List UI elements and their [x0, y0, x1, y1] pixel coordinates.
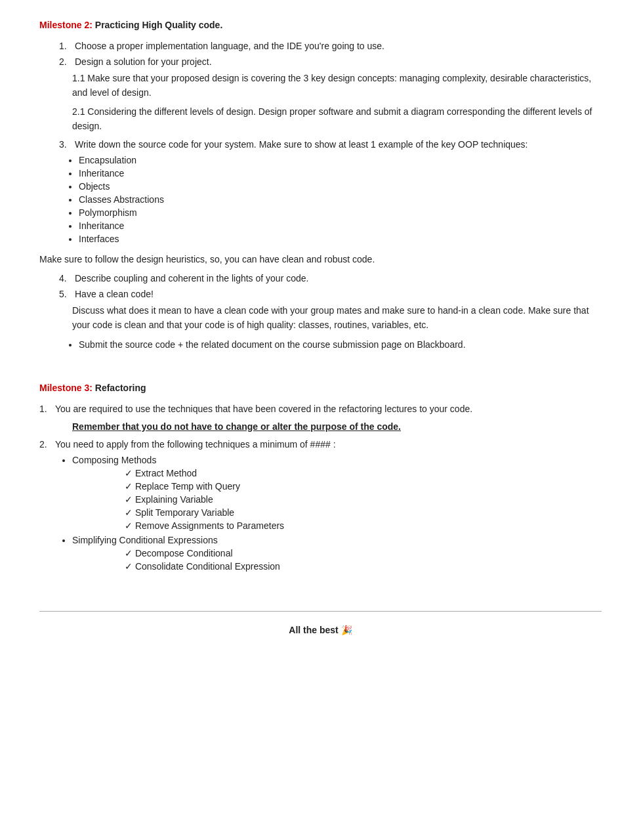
- m3-item2-number: 2.: [39, 439, 55, 450]
- check-extract-method: Extract Method: [125, 468, 602, 478]
- milestone3-title: Refactoring: [93, 383, 146, 393]
- sub-item-1-1-num: 1.1: [72, 73, 87, 83]
- simplifying-label: Simplifying Conditional Expressions: [72, 535, 218, 545]
- oop-bullet-inheritance2: Inheritance: [79, 220, 602, 231]
- composing-methods-checks: Extract Method Replace Temp with Query E…: [125, 468, 602, 531]
- oop-bullets-list: Encapsulation Inheritance Objects Classe…: [79, 155, 602, 244]
- m3-item1-text: You are required to use the techniques t…: [55, 404, 472, 414]
- clean-code-text: Discuss what does it mean to have a clea…: [72, 303, 602, 333]
- check-decompose: Decompose Conditional: [125, 548, 602, 558]
- footer-text: All the best 🎉: [39, 625, 602, 635]
- item5-text: Have a clean code!: [75, 289, 154, 299]
- item3: 3. Write down the source code for your s…: [59, 139, 602, 150]
- item1-text: Choose a proper implementation language,…: [75, 41, 384, 51]
- m3-item1: 1. You are required to use the technique…: [39, 404, 602, 414]
- item2: 2. Design a solution for your project.: [59, 56, 602, 67]
- item2-number: 2.: [59, 56, 75, 67]
- oop-bullet-polymorphism: Polymorphism: [79, 207, 602, 218]
- submit-bullet-item: Submit the source code + the related doc…: [79, 339, 602, 350]
- sub-item-2-1-text: Considering the different levels of desi…: [72, 106, 592, 131]
- composing-methods-section: Composing Methods Extract Method Replace…: [72, 455, 602, 531]
- milestone3-heading: Milestone 3: Refactoring: [39, 383, 602, 393]
- milestone3-label: Milestone 3:: [39, 383, 93, 393]
- item2-text: Design a solution for your project.: [75, 56, 212, 67]
- simplifying-section: Simplifying Conditional Expressions Deco…: [72, 535, 602, 572]
- remember-text: Remember that you do not have to change …: [72, 421, 401, 432]
- item4-text: Describe coupling and coherent in the li…: [75, 273, 308, 284]
- clean-code-content: Discuss what does it mean to have a clea…: [72, 305, 589, 330]
- oop-bullet-interfaces: Interfaces: [79, 234, 602, 244]
- heuristics-para: Make sure to follow the design heuristic…: [39, 252, 602, 266]
- oop-bullet-encapsulation: Encapsulation: [79, 155, 602, 165]
- sub-item-1-1-text: Make sure that your proposed design is c…: [72, 73, 591, 98]
- check-replace-temp: Replace Temp with Query: [125, 481, 602, 492]
- composing-methods-label: Composing Methods: [72, 455, 156, 465]
- sub-item-2-1: 2.1 Considering the different levels of …: [72, 104, 602, 134]
- submit-bullet-list: Submit the source code + the related doc…: [79, 339, 602, 350]
- item5-number: 5.: [59, 289, 75, 299]
- item3-text: Write down the source code for your syst…: [75, 139, 527, 150]
- sub-item-1-1: 1.1 Make sure that your proposed design …: [72, 71, 602, 100]
- milestone3-section: Milestone 3: Refactoring 1. You are requ…: [39, 383, 602, 572]
- composing-methods-item: Composing Methods Extract Method Replace…: [72, 455, 602, 531]
- item4: 4. Describe coupling and coherent in the…: [59, 273, 602, 284]
- check-consolidate: Consolidate Conditional Expression: [125, 561, 602, 572]
- item1: 1. Choose a proper implementation langua…: [59, 41, 602, 51]
- item5: 5. Have a clean code!: [59, 289, 602, 299]
- item4-number: 4.: [59, 273, 75, 284]
- m3-item2: 2. You need to apply from the following …: [39, 439, 602, 450]
- oop-bullet-inheritance1: Inheritance: [79, 168, 602, 178]
- oop-bullet-classes: Classes Abstractions: [79, 194, 602, 205]
- simplifying-item: Simplifying Conditional Expressions Deco…: [72, 535, 602, 572]
- sub-item-2-1-num: 2.1: [72, 106, 87, 117]
- oop-bullet-objects: Objects: [79, 181, 602, 192]
- milestone2-label: Milestone 2:: [39, 20, 93, 30]
- milestone2-heading: Milestone 2: Practicing High Quality cod…: [39, 20, 602, 30]
- check-explaining-variable: Explaining Variable: [125, 494, 602, 505]
- check-split-temp: Split Temporary Variable: [125, 507, 602, 518]
- milestone2-content: 1. Choose a proper implementation langua…: [39, 41, 602, 350]
- milestone2-title: Practicing High Quality code.: [93, 20, 222, 30]
- footer-divider: [39, 611, 602, 612]
- check-remove-assignments: Remove Assignments to Parameters: [125, 520, 602, 531]
- remember-text-block: Remember that you do not have to change …: [72, 419, 602, 434]
- m3-item1-number: 1.: [39, 404, 55, 414]
- item1-number: 1.: [59, 41, 75, 51]
- m3-item2-text: You need to apply from the following tec…: [55, 439, 336, 450]
- item3-number: 3.: [59, 139, 75, 150]
- simplifying-checks: Decompose Conditional Consolidate Condit…: [125, 548, 602, 572]
